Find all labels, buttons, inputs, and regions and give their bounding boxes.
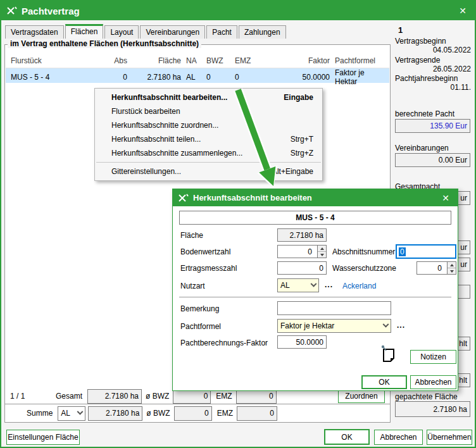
nutzart-combo[interactable]: AL bbox=[277, 278, 319, 292]
bemerkung-field[interactable] bbox=[277, 301, 391, 315]
cell-flaeche: 2.7180 ha bbox=[131, 73, 185, 82]
col-flurstueck: Flurstück bbox=[9, 56, 104, 65]
dialog-title: Herkunftsabschnitt bearbeiten bbox=[193, 193, 312, 202]
pachtformel-label: Pachtformel bbox=[180, 322, 221, 331]
main-uebernehmen-button[interactable]: Übernehmen bbox=[427, 430, 472, 445]
abschnittsnummer-field[interactable]: 0 bbox=[396, 244, 456, 259]
app-logo-icon bbox=[6, 6, 18, 16]
zuordnen-button[interactable]: Zuordnen bbox=[338, 389, 385, 403]
flurstueck-name-box: MUS - 5 - 4 bbox=[179, 211, 451, 225]
flaeche-value-box: 2.7180 ha bbox=[277, 228, 327, 242]
shortcut-label: Alt+Eingabe bbox=[272, 167, 313, 176]
herkunftsabschnitt-dialog: Herkunftsabschnitt bearbeiten ✕ MUS - 5 … bbox=[172, 189, 458, 391]
vertragsbeginn-label: Vertragsbeginn bbox=[395, 37, 471, 46]
pachtformel-combo[interactable]: Faktor je Hektar bbox=[277, 319, 391, 333]
main-titlebar: Pachtvertrag ✕ bbox=[1, 1, 475, 20]
vertragsende-value: 26.05.2022 bbox=[395, 65, 471, 73]
wasserschutzzone-label: Wasserschutzzone bbox=[332, 264, 396, 273]
cell-pachtformel: Faktor je Hektar bbox=[334, 68, 385, 86]
pachtberechnungs-faktor-label: Pachtberechnungs-Faktor bbox=[180, 339, 268, 347]
note-icon bbox=[380, 344, 397, 362]
tab-pacht[interactable]: Pacht bbox=[206, 25, 237, 39]
close-icon[interactable]: ✕ bbox=[456, 6, 470, 16]
col-pachtformel: Pachtformel bbox=[334, 56, 385, 65]
nutzart-ellipsis-button[interactable]: ... bbox=[325, 280, 333, 289]
col-abs: Abs bbox=[104, 56, 131, 65]
menu-item-flurstueck-bearbeiten[interactable]: Flurstück bearbeiten bbox=[95, 104, 322, 118]
cell-emz: 0 bbox=[234, 73, 278, 82]
col-faktor: Faktor bbox=[278, 56, 334, 65]
ertragsmesszahl-label: Ertragsmesszahl bbox=[180, 264, 237, 273]
vereinbarungen-box: 0.00 Eur bbox=[395, 153, 470, 167]
shortcut-label: Strg+Z bbox=[291, 149, 313, 158]
summe-emz-box: 0 bbox=[237, 406, 277, 421]
shortcut-label: Eingabe bbox=[284, 93, 313, 102]
wasserschutzzone-stepper[interactable]: 0 bbox=[416, 261, 456, 275]
spinner-buttons[interactable] bbox=[447, 262, 456, 274]
notizen-button[interactable]: Notizen bbox=[410, 350, 456, 364]
summe-emz-label: EMZ bbox=[217, 409, 233, 418]
cell-faktor: 50.0000 bbox=[278, 73, 334, 82]
einstellungen-flaeche-button[interactable]: Einstellungen Fläche bbox=[6, 430, 80, 445]
tab-vereinbarungen[interactable]: Vereinbarungen bbox=[140, 25, 205, 39]
flaechen-table: Flurstück Abs Fläche NA BWZ EMZ Faktor P… bbox=[6, 54, 389, 83]
menu-item-zuordnen[interactable]: Herkunftsabschnitte zuordnen... bbox=[95, 118, 322, 132]
pachtberechnungs-faktor-field[interactable]: 50.0000 bbox=[277, 335, 327, 349]
tab-layout[interactable]: Layout bbox=[104, 25, 139, 39]
menu-separator bbox=[96, 162, 321, 163]
dialog-ok-button[interactable]: OK bbox=[361, 375, 407, 389]
dialog-abbrechen-button[interactable]: Abbrechen bbox=[410, 375, 456, 389]
berechnete-pacht-value: 135.90 Eur bbox=[430, 121, 467, 130]
shortcut-label: Strg+T bbox=[291, 135, 313, 144]
tab-strip: Vertragsdaten Flächen Layout Vereinbarun… bbox=[5, 24, 287, 39]
gesamt-label: Gesamt bbox=[56, 392, 82, 401]
menu-item-bearbeiten[interactable]: Herkunftsabschnitt bearbeiten... Eingabe bbox=[95, 90, 322, 104]
vertragsende-label: Vertragsende bbox=[395, 56, 471, 65]
cell-bwz: 0 bbox=[205, 73, 234, 82]
ertragsmesszahl-field[interactable]: 0 bbox=[277, 261, 327, 275]
menu-item-zusammenlegen[interactable]: Herkunftsabschnitte zusammenlegen... Str… bbox=[95, 146, 322, 160]
summe-flaeche-box: 2.7180 ha bbox=[88, 406, 142, 421]
chevron-down-icon bbox=[77, 408, 84, 414]
menu-item-gittereinstellungen[interactable]: Gittereinstellungen... Alt+Eingabe bbox=[95, 165, 322, 178]
spinner-buttons[interactable] bbox=[317, 246, 326, 258]
vertragsbeginn-value: 04.05.2022 bbox=[395, 46, 471, 54]
window-title: Pachtvertrag bbox=[22, 6, 80, 16]
berechnete-pacht-box: 135.90 Eur bbox=[395, 119, 470, 133]
gesamt-emz-label: EMZ bbox=[216, 392, 232, 401]
table-row[interactable]: MUS - 5 - 4 0 2.7180 ha AL 0 0 50.0000 F… bbox=[6, 68, 389, 83]
nutzart-link[interactable]: Ackerland bbox=[342, 282, 376, 290]
dialog-separator bbox=[179, 297, 451, 297]
summe-label: Summe bbox=[27, 409, 53, 418]
cell-abs: 0 bbox=[104, 73, 131, 82]
nutzart-label: Nutzart bbox=[180, 282, 205, 290]
cell-flurstueck: MUS - 5 - 4 bbox=[9, 73, 104, 82]
col-bwz: BWZ bbox=[205, 56, 234, 65]
summe-bwz-label: ø BWZ bbox=[146, 409, 170, 418]
bodenwertzahl-label: Bodenwertzahl bbox=[180, 247, 230, 256]
context-menu: Herkunftsabschnitt bearbeiten... Eingabe… bbox=[94, 88, 323, 181]
col-na: NA bbox=[185, 56, 205, 65]
menu-item-teilen[interactable]: Herkunftsabschnitt teilen... Strg+T bbox=[95, 132, 322, 146]
tab-zahlungen[interactable]: Zahlungen bbox=[239, 25, 286, 39]
chevron-down-icon bbox=[383, 321, 389, 327]
tab-vertragsdaten[interactable]: Vertragsdaten bbox=[5, 25, 64, 39]
gesamt-bwz-label: ø BWZ bbox=[146, 392, 169, 401]
bodenwertzahl-stepper[interactable]: 0 bbox=[277, 245, 327, 258]
tab-flaechen[interactable]: Flächen bbox=[65, 24, 104, 39]
flaeche-label: Fläche bbox=[180, 231, 203, 240]
gepachtete-flaeche-box: 2.7180 ha bbox=[395, 401, 470, 417]
pachtformel-ellipsis-button[interactable]: ... bbox=[397, 321, 405, 330]
close-icon[interactable]: ✕ bbox=[439, 193, 453, 203]
dialog-titlebar: Herkunftsabschnitt bearbeiten ✕ bbox=[173, 189, 458, 206]
summe-nutzart-combo[interactable]: AL bbox=[58, 406, 85, 421]
gepachtete-flaeche-label: gepachtete Fläche bbox=[395, 392, 471, 401]
main-abbrechen-button[interactable]: Abbrechen bbox=[374, 430, 423, 445]
chevron-down-icon bbox=[311, 280, 317, 287]
table-header: Flurstück Abs Fläche NA BWZ EMZ Faktor P… bbox=[6, 54, 389, 68]
gesamt-flaeche-box: 2.7180 ha bbox=[87, 389, 142, 404]
main-ok-button[interactable]: OK bbox=[324, 429, 370, 445]
pachtvertrag-window: Pachtvertrag ✕ Vertragsdaten Flächen Lay… bbox=[0, 0, 476, 448]
pachtjahresbeginn-value: 01.11. bbox=[395, 83, 471, 92]
groupbox-title: im Vertrag enthaltene Flächen (Herkunfts… bbox=[8, 39, 201, 48]
